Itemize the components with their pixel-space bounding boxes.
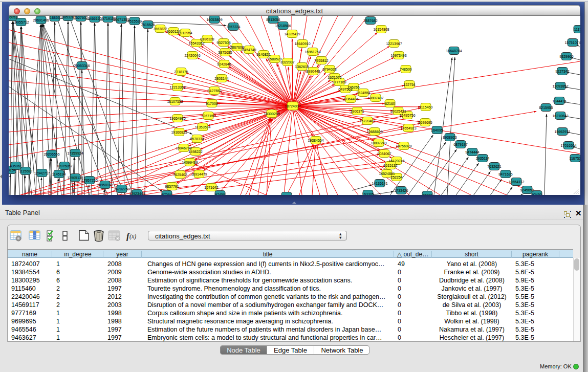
svg-text:748500: 748500 [400,68,411,71]
svg-text:9084067: 9084067 [377,152,391,156]
svg-text:6879197: 6879197 [453,143,467,146]
svg-text:9699695: 9699695 [418,121,432,124]
svg-text:16053809: 16053809 [206,18,222,21]
svg-text:10807487: 10807487 [367,96,383,100]
svg-text:7515526: 7515526 [141,23,155,27]
svg-text:12213967: 12213967 [386,42,402,46]
svg-text:9857791: 9857791 [165,185,179,188]
svg-text:8471626: 8471626 [498,172,512,176]
svg-text:16914479: 16914479 [191,172,207,176]
svg-text:6794028: 6794028 [322,68,336,71]
svg-text:16495756: 16495756 [399,114,415,117]
svg-text:22420046: 22420046 [184,54,200,57]
svg-text:7357224: 7357224 [226,25,240,29]
svg-text:18300295: 18300295 [264,112,279,116]
svg-text:2718176: 2718176 [174,70,188,74]
svg-text:15720407: 15720407 [359,119,375,123]
svg-text:8454749: 8454749 [242,48,256,52]
svg-text:10688609: 10688609 [366,130,382,134]
svg-text:19218506: 19218506 [275,24,291,28]
svg-text:17359924: 17359924 [67,151,83,155]
svg-text:16154808: 16154808 [373,28,389,31]
svg-text:3624554: 3624554 [356,91,370,95]
svg-text:9329966: 9329966 [559,55,573,58]
svg-text:9115460: 9115460 [419,105,433,109]
svg-text:3875685: 3875685 [218,51,232,54]
svg-text:19384554: 19384554 [308,139,323,142]
svg-text:14136141: 14136141 [372,182,387,185]
svg-text:9327508: 9327508 [216,41,230,45]
svg-text:87064: 87064 [162,193,172,195]
svg-text:10046788: 10046788 [176,146,191,150]
svg-text:8427552: 8427552 [207,89,221,93]
svg-text:12923448: 12923448 [129,192,145,195]
svg-text:8186328: 8186328 [200,37,214,41]
svg-text:7663822: 7663822 [153,27,167,31]
svg-text:3267150: 3267150 [201,114,215,118]
svg-text:19166825: 19166825 [171,130,187,134]
svg-text:1615132: 1615132 [383,164,397,167]
svg-text:9777169: 9777169 [332,80,346,84]
svg-text:20053346: 20053346 [74,64,90,68]
svg-text:8215955: 8215955 [539,106,553,110]
svg-text:16210643: 16210643 [552,114,568,118]
svg-text:8912954: 8912954 [178,31,192,35]
svg-text:116753: 116753 [570,157,580,160]
svg-text:2887682: 2887682 [363,19,377,23]
svg-text:16782759: 16782759 [114,187,129,191]
svg-text:(x): (x) [129,233,136,240]
svg-text:1527602: 1527602 [74,16,88,19]
svg-text:39154: 39154 [9,168,16,172]
svg-text:10973493: 10973493 [390,54,406,57]
svg-text:92450: 92450 [532,193,542,195]
svg-text:1145194: 1145194 [52,172,66,176]
svg-text:16543362: 16543362 [188,41,204,45]
svg-text:2803144: 2803144 [214,77,228,80]
svg-text:97450: 97450 [215,193,225,195]
svg-text:17016504: 17016504 [560,144,576,147]
svg-text:7515520: 7515520 [127,19,141,23]
svg-text:12213369: 12213369 [169,85,185,89]
svg-text:1588520: 1588520 [268,57,281,61]
svg-text:19654985: 19654985 [169,117,185,120]
svg-text:20691406: 20691406 [33,18,49,22]
svg-text:7955812: 7955812 [314,59,328,62]
svg-text:8322037: 8322037 [280,60,294,64]
svg-text:14099489: 14099489 [182,161,198,164]
svg-text:20364436: 20364436 [342,97,358,101]
svg-text:122754: 122754 [403,83,415,86]
svg-text:9146821: 9146821 [256,53,270,56]
svg-text:7632621: 7632621 [487,165,501,168]
svg-text:8578334: 8578334 [190,137,204,141]
svg-text:20206556: 20206556 [43,152,59,156]
svg-text:17654923: 17654923 [400,126,416,130]
svg-text:18640910: 18640910 [294,42,310,46]
svg-text:9245652: 9245652 [520,188,534,192]
svg-text:917006: 917006 [206,102,217,105]
svg-text:12505135: 12505135 [67,176,83,180]
svg-text:15751074: 15751074 [564,41,580,45]
svg-text:1115682: 1115682 [19,169,32,173]
svg-text:10958107: 10958107 [97,183,113,187]
svg-text:435061: 435061 [10,164,21,168]
svg-text:10025433: 10025433 [390,110,406,113]
svg-text:1244415: 1244415 [552,99,566,103]
svg-text:62160: 62160 [385,102,395,105]
svg-text:1571642: 1571642 [204,186,218,189]
svg-text:19055712: 19055712 [13,20,29,24]
svg-text:1621072: 1621072 [328,76,341,79]
svg-text:55231: 55231 [281,194,292,195]
svg-text:16107552: 16107552 [167,100,183,103]
svg-text:8938923: 8938923 [443,136,456,139]
svg-text:164095: 164095 [431,128,443,132]
svg-text:17957255: 17957255 [81,179,97,182]
svg-text:9474444: 9474444 [465,150,479,154]
svg-text:8813054: 8813054 [266,18,280,21]
svg-text:9227342: 9227342 [555,70,569,73]
svg-text:15692971: 15692971 [554,130,570,134]
svg-text:76223: 76223 [422,193,432,195]
svg-text:16120746: 16120746 [388,159,404,163]
svg-text:18807249: 18807249 [371,141,386,145]
svg-text:9242848: 9242848 [217,62,231,66]
svg-text:1498222: 1498222 [188,150,202,154]
